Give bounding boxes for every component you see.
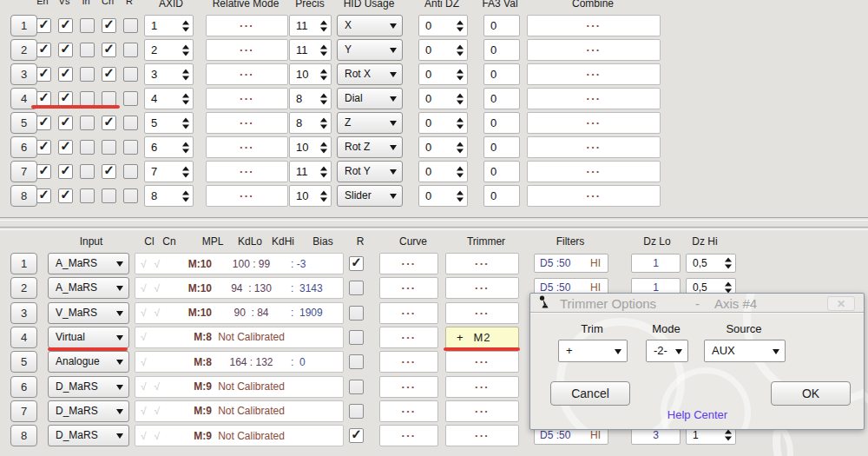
mode-dropdown[interactable]: -2-: [646, 340, 688, 362]
row-number-button[interactable]: 1: [10, 253, 37, 274]
vs-checkbox[interactable]: ✓: [58, 67, 73, 82]
precis-spinner[interactable]: 8: [289, 112, 332, 134]
input-source-dropdown[interactable]: A_MaRS: [48, 277, 129, 299]
combine-button[interactable]: ...: [527, 161, 661, 182]
combine-button[interactable]: ...: [527, 136, 661, 158]
axid-spinner[interactable]: 3: [144, 63, 194, 85]
trimmer-button[interactable]: ...: [445, 253, 519, 274]
relative-mode-button[interactable]: ...: [206, 161, 288, 182]
spinner-arrows-icon[interactable]: [320, 69, 327, 80]
spinner-arrows-icon[interactable]: [182, 166, 189, 177]
close-icon[interactable]: ✕: [827, 296, 855, 311]
enable-checkbox[interactable]: ✓: [36, 18, 51, 33]
spinner-arrows-icon[interactable]: [182, 44, 189, 56]
curve-button[interactable]: ...: [379, 277, 438, 299]
cn-checkbox[interactable]: ✓: [102, 116, 116, 130]
trim-dropdown[interactable]: +: [558, 340, 628, 362]
row-number-button[interactable]: 8: [10, 185, 37, 207]
precis-spinner[interactable]: 11: [289, 15, 332, 36]
hid-usage-dropdown[interactable]: Rot Z: [337, 136, 403, 158]
vs-checkbox[interactable]: ✓: [58, 116, 73, 130]
cn-checkbox[interactable]: ✓: [102, 164, 116, 179]
row-number-button[interactable]: 6: [10, 376, 37, 398]
spinner-arrows-icon[interactable]: [320, 93, 327, 104]
enable-checkbox[interactable]: ✓: [36, 188, 51, 203]
r-checkbox[interactable]: [123, 18, 138, 33]
source-dropdown[interactable]: AUX: [704, 340, 786, 362]
row-number-button[interactable]: 3: [10, 63, 37, 85]
cancel-button[interactable]: Cancel: [550, 381, 630, 406]
axid-spinner[interactable]: 7: [144, 161, 194, 182]
curve-button[interactable]: ...: [379, 253, 438, 274]
cn-checkbox[interactable]: ✓: [102, 67, 116, 82]
enable-checkbox[interactable]: ✓: [36, 116, 51, 130]
spinner-arrows-icon[interactable]: [457, 166, 464, 177]
dialog-title-bar[interactable]: Trimmer Options - Axis #4 ✕: [530, 294, 864, 313]
cn-checkbox[interactable]: [102, 188, 116, 203]
fa3-val-field[interactable]: 0: [483, 39, 520, 61]
in-checkbox[interactable]: [80, 18, 95, 33]
spinner-arrows-icon[interactable]: [182, 142, 189, 153]
in-checkbox[interactable]: [80, 116, 95, 130]
input-source-dropdown[interactable]: D_MaRS: [48, 400, 129, 422]
curve-button[interactable]: ...: [379, 376, 438, 398]
trimmer-button[interactable]: ...: [445, 277, 519, 299]
cn-checkbox[interactable]: [102, 91, 116, 106]
combine-button[interactable]: ...: [527, 88, 661, 109]
fa3-val-field[interactable]: 0: [483, 112, 520, 134]
enable-checkbox[interactable]: ✓: [36, 91, 51, 106]
hid-usage-dropdown[interactable]: Y: [337, 39, 403, 61]
hid-usage-dropdown[interactable]: X: [337, 15, 403, 36]
vs-checkbox[interactable]: ✓: [58, 140, 73, 155]
spinner-arrows-icon[interactable]: [182, 20, 189, 31]
hid-usage-dropdown[interactable]: Slider: [337, 185, 403, 207]
row-number-button[interactable]: 8: [10, 425, 37, 446]
anti-dz-spinner[interactable]: 0: [418, 39, 468, 61]
precis-spinner[interactable]: 10: [289, 136, 332, 158]
r-checkbox[interactable]: [123, 164, 138, 179]
trimmer-button[interactable]: ...: [445, 400, 519, 422]
curve-button[interactable]: ...: [379, 351, 438, 373]
in-checkbox[interactable]: [80, 188, 95, 203]
axid-spinner[interactable]: 8: [144, 185, 194, 207]
row-number-button[interactable]: 7: [10, 400, 37, 422]
enable-checkbox[interactable]: ✓: [36, 67, 51, 82]
relative-mode-button[interactable]: ...: [206, 15, 288, 36]
in-checkbox[interactable]: [80, 91, 95, 106]
input-source-dropdown[interactable]: Analogue: [48, 351, 129, 373]
in-checkbox[interactable]: [80, 164, 95, 179]
enable-checkbox[interactable]: ✓: [36, 140, 51, 155]
anti-dz-spinner[interactable]: 0: [418, 88, 468, 109]
input-source-dropdown[interactable]: D_MaRS: [48, 376, 129, 398]
spinner-arrows-icon[interactable]: [182, 117, 189, 129]
reverse-checkbox[interactable]: ✓: [349, 256, 364, 271]
spinner-arrows-icon[interactable]: [182, 190, 189, 202]
row-number-button[interactable]: 6: [10, 136, 37, 158]
hid-usage-dropdown[interactable]: Rot X: [337, 63, 403, 85]
axid-spinner[interactable]: 2: [144, 39, 194, 61]
relative-mode-button[interactable]: ...: [206, 63, 288, 85]
input-source-dropdown[interactable]: A_MaRS: [48, 253, 129, 274]
vs-checkbox[interactable]: ✓: [58, 164, 73, 179]
fa3-val-field[interactable]: 0: [483, 15, 520, 36]
r-checkbox[interactable]: [123, 140, 138, 155]
spinner-arrows-icon[interactable]: [182, 93, 189, 104]
row-number-button[interactable]: 2: [10, 39, 37, 61]
spinner-arrows-icon[interactable]: [320, 142, 327, 153]
precis-spinner[interactable]: 8: [289, 88, 332, 109]
combine-button[interactable]: ...: [527, 63, 661, 85]
spinner-arrows-icon[interactable]: [320, 44, 327, 56]
row-number-button[interactable]: 5: [10, 351, 37, 373]
row-number-button[interactable]: 3: [10, 302, 37, 324]
spinner-arrows-icon[interactable]: [320, 117, 327, 129]
spinner-arrows-icon[interactable]: [457, 69, 464, 80]
anti-dz-spinner[interactable]: 0: [418, 161, 468, 182]
spinner-arrows-icon[interactable]: [457, 117, 464, 129]
axid-spinner[interactable]: 6: [144, 136, 194, 158]
trimmer-button[interactable]: ...: [445, 376, 519, 398]
combine-button[interactable]: ...: [527, 185, 661, 207]
spinner-arrows-icon[interactable]: [725, 282, 732, 294]
in-checkbox[interactable]: [80, 43, 95, 57]
cn-checkbox[interactable]: [102, 140, 116, 155]
spinner-arrows-icon[interactable]: [182, 69, 189, 80]
